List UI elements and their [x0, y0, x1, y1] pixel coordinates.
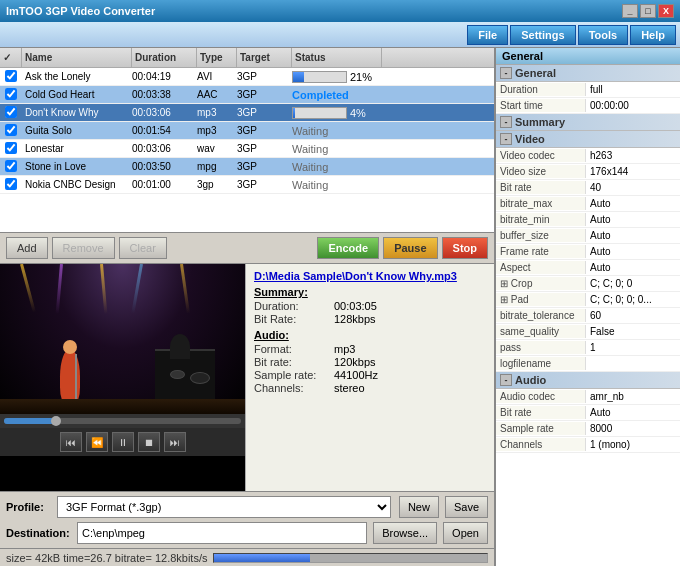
section-label: Summary [515, 116, 565, 128]
prop-value[interactable]: 1 (mono) [586, 438, 680, 451]
file-path[interactable]: D:\Media Sample\Don't Know Why.mp3 [254, 270, 486, 282]
section-summary[interactable]: -Summary [496, 114, 680, 131]
prop-value[interactable] [586, 363, 680, 365]
section-collapse[interactable]: - [500, 67, 512, 79]
prop-row: Video codec h263 [496, 148, 680, 164]
save-button[interactable]: Save [445, 496, 488, 518]
section-collapse[interactable]: - [500, 116, 512, 128]
prop-name: Bit rate [496, 181, 586, 194]
format-value: mp3 [334, 343, 355, 355]
section-video[interactable]: -Video [496, 131, 680, 148]
encode-button[interactable]: Encode [317, 237, 379, 259]
prop-value[interactable]: Auto [586, 406, 680, 419]
file-list-header: ✓ Name Duration Type Target Status [0, 48, 494, 68]
stop-player-button[interactable]: ⏹ [138, 432, 160, 452]
prop-name: Duration [496, 83, 586, 96]
row-checkbox[interactable] [5, 178, 17, 190]
window-controls: _ □ X [622, 4, 674, 18]
prop-value[interactable]: 60 [586, 309, 680, 322]
prop-value[interactable]: 40 [586, 181, 680, 194]
menu-bar: File Settings Tools Help [0, 22, 680, 48]
play-pause-button[interactable]: ⏸ [112, 432, 134, 452]
close-button[interactable]: X [658, 4, 674, 18]
file-row[interactable]: Guita Solo 00:01:54 mp3 3GP Waiting [0, 122, 494, 140]
row-checkbox[interactable] [5, 106, 17, 118]
row-checkbox[interactable] [5, 88, 17, 100]
seek-handle[interactable] [51, 416, 61, 426]
row-checkbox[interactable] [5, 124, 17, 136]
section-collapse[interactable]: - [500, 374, 512, 386]
file-row[interactable]: Lonestar 00:03:06 wav 3GP Waiting [0, 140, 494, 158]
prop-value[interactable]: Auto [586, 245, 680, 258]
menu-help[interactable]: Help [630, 25, 676, 45]
props-scroll[interactable]: -General Duration full Start time 00:00:… [496, 65, 680, 566]
file-list-container: ✓ Name Duration Type Target Status Ask t… [0, 48, 494, 233]
seek-bar[interactable] [4, 418, 241, 424]
prop-value[interactable]: 00:00:00 [586, 99, 680, 112]
row-checkbox[interactable] [5, 142, 17, 154]
row-checkbox[interactable] [5, 160, 17, 172]
remove-button[interactable]: Remove [52, 237, 115, 259]
file-row[interactable]: Nokia CNBC Design 00:01:00 3gp 3GP Waiti… [0, 176, 494, 194]
col-name-header: Name [22, 48, 132, 67]
prop-value[interactable]: Auto [586, 213, 680, 226]
file-row[interactable]: Cold God Heart 00:03:38 AAC 3GP Complete… [0, 86, 494, 104]
clear-button[interactable]: Clear [119, 237, 167, 259]
prop-value[interactable]: C; C; 0; 0; 0... [586, 293, 680, 306]
stop-button[interactable]: Stop [442, 237, 488, 259]
stage-background [0, 264, 245, 414]
prop-value[interactable]: False [586, 325, 680, 338]
prop-value[interactable]: C; C; 0; 0 [586, 277, 680, 290]
prop-value[interactable]: amr_nb [586, 390, 680, 403]
next-button[interactable]: ⏭ [164, 432, 186, 452]
profile-select[interactable]: 3GF Format (*.3gp) [57, 496, 391, 518]
duration-row: Duration: 00:03:05 [254, 300, 486, 312]
file-row[interactable]: Stone in Love 00:03:50 mpg 3GP Waiting [0, 158, 494, 176]
prop-value[interactable]: h263 [586, 149, 680, 162]
status-bar: size= 42kB time=26.7 bitrate= 12.8kbits/… [0, 548, 494, 566]
prop-value[interactable]: Auto [586, 197, 680, 210]
props-content: -General Duration full Start time 00:00:… [496, 65, 680, 453]
samplerate-row: Sample rate: 44100Hz [254, 369, 486, 381]
rewind-button[interactable]: ⏪ [86, 432, 108, 452]
props-header: General [496, 48, 680, 65]
bitrate2-label: Bit rate: [254, 356, 334, 368]
prop-value[interactable]: Auto [586, 261, 680, 274]
section-audio[interactable]: -Audio [496, 372, 680, 389]
row-checkbox[interactable] [5, 70, 17, 82]
maximize-button[interactable]: □ [640, 4, 656, 18]
pause-button[interactable]: Pause [383, 237, 437, 259]
prop-row: Bit rate 40 [496, 180, 680, 196]
prop-value[interactable]: Auto [586, 229, 680, 242]
prop-name: pass [496, 341, 586, 354]
file-row[interactable]: Ask the Lonely 00:04:19 AVI 3GP 21% [0, 68, 494, 86]
prop-row: same_quality False [496, 324, 680, 340]
summary-title: Summary: [254, 286, 486, 298]
prev-button[interactable]: ⏮ [60, 432, 82, 452]
menu-file[interactable]: File [467, 25, 508, 45]
minimize-button[interactable]: _ [622, 4, 638, 18]
prop-name: bitrate_tolerance [496, 309, 586, 322]
format-label: Format: [254, 343, 334, 355]
add-button[interactable]: Add [6, 237, 48, 259]
prop-value[interactable]: 8000 [586, 422, 680, 435]
format-row: Format: mp3 [254, 343, 486, 355]
section-collapse[interactable]: - [500, 133, 512, 145]
menu-tools[interactable]: Tools [578, 25, 629, 45]
section-general[interactable]: -General [496, 65, 680, 82]
prop-row: Bit rate Auto [496, 405, 680, 421]
open-button[interactable]: Open [443, 522, 488, 544]
file-row[interactable]: Don't Know Why 00:03:06 mp3 3GP 4% [0, 104, 494, 122]
prop-name: Video codec [496, 149, 586, 162]
prop-value[interactable]: full [586, 83, 680, 96]
samplerate-value: 44100Hz [334, 369, 378, 381]
prop-value[interactable]: 1 [586, 341, 680, 354]
new-button[interactable]: New [399, 496, 439, 518]
main-container: ✓ Name Duration Type Target Status Ask t… [0, 48, 680, 566]
prop-value[interactable]: 176x144 [586, 165, 680, 178]
menu-settings[interactable]: Settings [510, 25, 575, 45]
seek-bar-container[interactable] [0, 414, 245, 428]
browse-button[interactable]: Browse... [373, 522, 437, 544]
destination-input[interactable] [77, 522, 367, 544]
preview-info: ⏮ ⏪ ⏸ ⏹ ⏭ D:\Media Sample\Don't Know Why… [0, 264, 494, 491]
